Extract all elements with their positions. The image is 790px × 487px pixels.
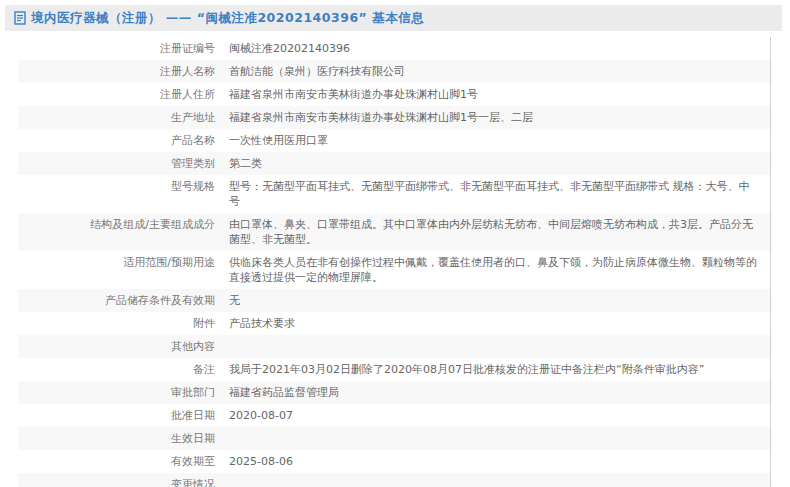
table-row: 备注 我局于2021年03月02日删除了2020年08月07日批准核发的注册证中… bbox=[18, 358, 770, 381]
row-label-text: 附件 bbox=[193, 317, 215, 330]
row-label: 生效日期 bbox=[18, 427, 215, 450]
row-label-text: 适用范围/预期用途 bbox=[123, 256, 215, 269]
row-value: 第二类 bbox=[215, 152, 770, 175]
page-title: 境内医疗器械（注册） —— “闽械注准20202140396” 基本信息 bbox=[31, 10, 424, 27]
table-row: 注册人名称 首航洁能（泉州）医疗科技有限公司 bbox=[18, 60, 770, 83]
row-value: 福建省药品监督管理局 bbox=[215, 381, 770, 404]
table-row: 审批部门 福建省药品监督管理局 bbox=[18, 381, 770, 404]
row-label-text: 审批部门 bbox=[171, 386, 215, 399]
table-row: 有效期至 2025-08-06 bbox=[18, 450, 770, 473]
table-row: 型号规格 型号：无菌型平面耳挂式、无菌型平面绑带式、非无菌型平面耳挂式、非无菌型… bbox=[18, 175, 770, 213]
table-row: 附件 产品技术要求 bbox=[18, 312, 770, 335]
table-row: 注册人住所 福建省泉州市南安市美林街道办事处珠渊村山脚1号 bbox=[18, 83, 770, 106]
table-row: 结构及组成/主要组成成分 由口罩体、鼻夹、口罩带组成。其中口罩体由内外层纺粘无纺… bbox=[18, 213, 770, 251]
row-label: 附件 bbox=[18, 312, 215, 335]
row-value-text: 2025-08-06 bbox=[229, 455, 293, 468]
row-label: 审批部门 bbox=[18, 381, 215, 404]
row-value: 型号：无菌型平面耳挂式、无菌型平面绑带式、非无菌型平面耳挂式、非无菌型平面绑带式… bbox=[215, 175, 770, 213]
row-value-text: 福建省药品监督管理局 bbox=[229, 386, 339, 399]
row-label: 备注 bbox=[18, 358, 215, 381]
table-row: 产品储存条件及有效期 无 bbox=[18, 289, 770, 312]
table-row: 产品名称 一次性使用医用口罩 bbox=[18, 129, 770, 152]
table-row: 注册证编号 闽械注准20202140396 bbox=[18, 37, 770, 60]
document-icon bbox=[14, 11, 26, 25]
row-value: 无 bbox=[215, 289, 770, 312]
row-value-text: 无 bbox=[229, 294, 240, 307]
row-label-text: 注册人名称 bbox=[160, 65, 215, 78]
row-label-text: 结构及组成/主要组成成分 bbox=[90, 218, 215, 231]
row-value-text: 2020-08-07 bbox=[229, 409, 293, 422]
row-label-text: 变更情况 bbox=[171, 478, 215, 487]
row-value bbox=[215, 473, 770, 487]
row-label-text: 型号规格 bbox=[171, 180, 215, 193]
row-label-text: 注册证编号 bbox=[160, 42, 215, 55]
row-label: 产品储存条件及有效期 bbox=[18, 289, 215, 312]
row-label: 生产地址 bbox=[18, 106, 215, 129]
table-row: 管理类别 第二类 bbox=[18, 152, 770, 175]
row-value: 福建省泉州市南安市美林街道办事处珠渊村山脚1号一层、二层 bbox=[215, 106, 770, 129]
row-label: 其他内容 bbox=[18, 335, 215, 358]
table-row: 适用范围/预期用途 供临床各类人员在非有创操作过程中佩戴，覆盖住使用者的口、鼻及… bbox=[18, 251, 770, 289]
table-row: 批准日期 2020-08-07 bbox=[18, 404, 770, 427]
row-value: 供临床各类人员在非有创操作过程中佩戴，覆盖住使用者的口、鼻及下颌，为防止病原体微… bbox=[215, 251, 770, 289]
row-value-text: 一次性使用医用口罩 bbox=[229, 134, 328, 147]
row-value: 由口罩体、鼻夹、口罩带组成。其中口罩体由内外层纺粘无纺布、中间层熔喷无纺布构成，… bbox=[215, 213, 770, 251]
table-row: 生产地址 福建省泉州市南安市美林街道办事处珠渊村山脚1号一层、二层 bbox=[18, 106, 770, 129]
row-label-text: 产品名称 bbox=[171, 134, 215, 147]
table-row: 生效日期 bbox=[18, 427, 770, 450]
row-value: 一次性使用医用口罩 bbox=[215, 129, 770, 152]
row-value bbox=[215, 335, 770, 358]
row-value-text: 第二类 bbox=[229, 157, 262, 170]
row-value-text: 产品技术要求 bbox=[229, 317, 295, 330]
row-value-text: 福建省泉州市南安市美林街道办事处珠渊村山脚1号 bbox=[229, 88, 478, 101]
row-label: 批准日期 bbox=[18, 404, 215, 427]
table-row: 变更情况 bbox=[18, 473, 770, 487]
table-row: 其他内容 bbox=[18, 335, 770, 358]
row-label-text: 生效日期 bbox=[171, 432, 215, 445]
row-value: 产品技术要求 bbox=[215, 312, 770, 335]
row-label: 管理类别 bbox=[18, 152, 215, 175]
row-label-text: 注册人住所 bbox=[160, 88, 215, 101]
row-value: 闽械注准20202140396 bbox=[215, 37, 770, 60]
row-value: 福建省泉州市南安市美林街道办事处珠渊村山脚1号 bbox=[215, 83, 770, 106]
row-label: 注册证编号 bbox=[18, 37, 215, 60]
row-value: 我局于2021年03月02日删除了2020年08月07日批准核发的注册证中备注栏… bbox=[215, 358, 770, 381]
row-label-text: 备注 bbox=[193, 363, 215, 376]
row-value-text: 由口罩体、鼻夹、口罩带组成。其中口罩体由内外层纺粘无纺布、中间层熔喷无纺布构成，… bbox=[229, 218, 753, 246]
row-label-text: 产品储存条件及有效期 bbox=[105, 294, 215, 307]
row-label: 变更情况 bbox=[18, 473, 215, 487]
row-value: 2025-08-06 bbox=[215, 450, 770, 473]
registration-info-table: 注册证编号 闽械注准20202140396 注册人名称 首航洁能（泉州）医疗科技… bbox=[18, 37, 771, 487]
row-label: 适用范围/预期用途 bbox=[18, 251, 215, 289]
row-label: 注册人住所 bbox=[18, 83, 215, 106]
row-label-text: 批准日期 bbox=[171, 409, 215, 422]
section-header: 境内医疗器械（注册） —— “闽械注准20202140396” 基本信息 bbox=[5, 5, 782, 31]
row-value-text: 我局于2021年03月02日删除了2020年08月07日批准核发的注册证中备注栏… bbox=[229, 363, 704, 376]
row-label-text: 其他内容 bbox=[171, 340, 215, 353]
row-value: 首航洁能（泉州）医疗科技有限公司 bbox=[215, 60, 770, 83]
row-label: 有效期至 bbox=[18, 450, 215, 473]
row-value bbox=[215, 427, 770, 450]
row-value-text: 供临床各类人员在非有创操作过程中佩戴，覆盖住使用者的口、鼻及下颌，为防止病原体微… bbox=[229, 256, 757, 284]
row-value-text: 首航洁能（泉州）医疗科技有限公司 bbox=[229, 65, 405, 78]
row-label-text: 有效期至 bbox=[171, 455, 215, 468]
page: 境内医疗器械（注册） —— “闽械注准20202140396” 基本信息 注册证… bbox=[0, 5, 790, 487]
row-value-text: 型号：无菌型平面耳挂式、无菌型平面绑带式、非无菌型平面耳挂式、非无菌型平面绑带式… bbox=[229, 180, 750, 208]
row-label: 注册人名称 bbox=[18, 60, 215, 83]
row-label: 型号规格 bbox=[18, 175, 215, 213]
row-label-text: 生产地址 bbox=[171, 111, 215, 124]
row-value-text: 福建省泉州市南安市美林街道办事处珠渊村山脚1号一层、二层 bbox=[229, 111, 533, 124]
row-label: 产品名称 bbox=[18, 129, 215, 152]
row-label: 结构及组成/主要组成成分 bbox=[18, 213, 215, 251]
row-value: 2020-08-07 bbox=[215, 404, 770, 427]
row-label-text: 管理类别 bbox=[171, 157, 215, 170]
row-value-text: 闽械注准20202140396 bbox=[229, 42, 350, 55]
